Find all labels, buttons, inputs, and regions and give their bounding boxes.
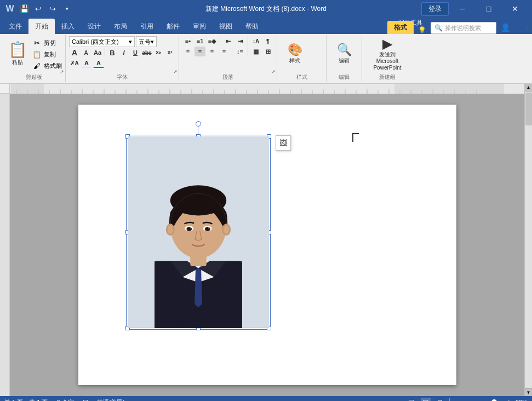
title-bar: W 💾 ↩ ↪ ▾ 新建 Microsoft Word 文档 (8).docx … [0,0,532,18]
tab-format[interactable]: 格式 [387,21,414,34]
web-view-button[interactable]: ⊡ [435,398,445,401]
tab-review[interactable]: 审阅 [186,19,213,34]
zoom-out-button[interactable]: − [454,398,459,401]
indent-inc-button[interactable]: ⇥ [234,36,245,46]
send-ppt-button[interactable]: ▶ 发送到 Microsoft PowerPoint [365,36,409,72]
paragraph-expand[interactable]: ↗ [271,69,276,75]
status-bar: 第 1 页，共 1 页 0 个字 ☑ 英语(美国) ▤ ▣ ⊡ − + 90% [0,396,532,401]
multilevel-button[interactable]: ≡◆ [207,36,218,46]
styles-icon: 🎨 [288,44,302,56]
indent-dec-button[interactable]: ⇤ [222,36,233,46]
cut-button[interactable]: ✂ [31,37,43,48]
zoom-in-button[interactable]: + [507,398,511,401]
tab-design[interactable]: 设计 [81,19,107,34]
portrait-photo [128,136,269,328]
login-button[interactable]: 登录 [421,2,449,16]
redo-qa-button[interactable]: ↪ [47,3,58,14]
scroll-up-button[interactable]: ▲ [525,84,533,91]
tab-file[interactable]: 文件 [2,19,28,34]
close-button[interactable]: ✕ [502,0,528,18]
font-color-button[interactable]: A [93,58,104,68]
editing-group: 🔍 编辑 编辑 [327,35,362,82]
send-ppt-group: ▶ 发送到 Microsoft PowerPoint 新建组 [362,35,413,82]
strikethrough-button[interactable]: abc [141,48,152,58]
editing-button[interactable]: 🔍 编辑 [330,36,358,72]
clipboard-expand[interactable]: ↗ [60,69,64,75]
word-icon: W [4,3,15,14]
font-shrink-button[interactable]: A [81,48,91,58]
clipboard-group: 📋 粘贴 ✂ 剪切 📋 复制 🖌 格式刷 [2,35,66,82]
styles-button[interactable]: 🎨 样式 [281,36,309,72]
rotate-circle [196,121,201,127]
ribbon-collapse-button[interactable]: ⌃ [525,27,530,33]
case-button[interactable]: Aa [92,48,103,58]
align-right-button[interactable]: ≡ [207,47,218,56]
clipboard-label: 剪贴板 [5,72,62,81]
portrait-svg [128,136,269,328]
svg-point-55 [207,227,209,230]
font-expand[interactable]: ↗ [173,69,178,75]
svg-point-56 [190,227,191,228]
page-count: 第 1 页，共 1 页 [4,398,48,402]
scroll-thumb[interactable] [525,93,532,125]
qa-dropdown-button[interactable]: ▾ [61,3,72,14]
ruler-markings [11,84,524,94]
show-para-button[interactable]: ¶ [262,36,273,46]
borders-button[interactable]: ⊞ [262,47,273,56]
shading-button[interactable]: ▦ [250,47,261,56]
paragraph-label: 段落 [182,72,273,81]
font-size-selector[interactable]: 五号 ▾ [136,36,157,47]
tab-layout[interactable]: 布局 [107,19,134,34]
help-icon[interactable]: 💡 [414,26,431,34]
bullets-button[interactable]: ≡• [182,36,193,46]
maximize-button[interactable]: □ [476,0,501,18]
font-name-selector[interactable]: Calibri (西文正文) ▾ [69,36,135,47]
tab-view[interactable]: 视图 [213,19,239,34]
line-spacing-button[interactable]: ↕≡ [234,47,245,56]
tab-insert[interactable]: 插入 [55,19,81,34]
sort-button[interactable]: ↕A [250,36,261,46]
editing-label: 编辑 [330,72,358,81]
copy-button[interactable]: 📋 [31,49,43,60]
paste-button[interactable]: 📋 粘贴 [5,37,30,72]
image-layout-popup[interactable]: 🖼 [276,135,291,151]
format-painter-button[interactable]: 🖌 [31,60,43,71]
align-center-button[interactable]: ≡ [195,47,205,56]
underline-button[interactable]: U [130,48,141,58]
svg-point-54 [188,227,191,230]
zoom-percentage: 90% [516,399,528,401]
italic-button[interactable]: I [118,48,129,58]
tab-home[interactable]: 开始 [28,19,55,34]
undo-qa-button[interactable]: ↩ [33,3,44,14]
tab-help[interactable]: 帮助 [239,19,265,34]
search-input[interactable]: 🔍 操作说明搜索 [431,22,496,34]
highlight-button[interactable]: A [81,58,92,68]
rotate-handle[interactable] [196,121,201,135]
page-scroll-area[interactable]: 🖼 [10,94,524,396]
vertical-scrollbar[interactable]: ▲ ▼ [524,84,532,396]
subscript-button[interactable]: X₂ [153,48,164,58]
tab-references[interactable]: 引用 [134,19,160,34]
save-qa-button[interactable]: 💾 [19,3,30,14]
reading-view-button[interactable]: ▣ [421,398,431,401]
text-cursor-indicator [352,133,359,142]
tab-mailings[interactable]: 邮件 [160,19,186,34]
superscript-button[interactable]: X² [164,48,175,58]
ribbon: 文件 开始 插入 设计 布局 引用 邮件 审阅 视图 帮助 图片工具 格式 💡 … [0,18,532,84]
clear-format-button[interactable]: ✗A [69,58,80,68]
bold-button[interactable]: B [107,48,118,58]
share-button[interactable]: 👤 共享 [496,20,530,34]
print-layout-button[interactable]: ▤ [407,398,416,401]
minimize-button[interactable]: ─ [450,0,475,18]
cut-label: 剪切 [44,39,56,47]
align-left-button[interactable]: ≡ [182,47,193,56]
scroll-down-button[interactable]: ▼ [525,388,533,396]
justify-button[interactable]: ≡ [219,47,230,56]
horizontal-ruler [10,84,524,94]
svg-rect-43 [11,84,44,94]
numbering-button[interactable]: ≡1 [195,36,205,46]
document-page: 🖼 [78,105,456,385]
editing-icon: 🔍 [337,44,352,56]
image-container[interactable]: 🖼 [127,135,270,329]
font-grow-button[interactable]: A [69,48,80,58]
